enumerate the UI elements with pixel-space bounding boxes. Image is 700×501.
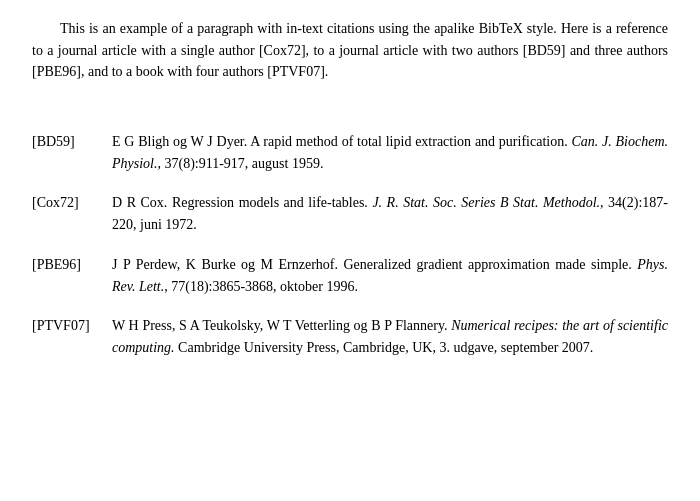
intro-paragraph: This is an example of a paragraph with i… [32,18,668,83]
bib-key: [Cox72] [32,192,112,214]
bib-content: E G Bligh og W J Dyer. A rapid method of… [112,131,668,174]
bib-content: J P Perdew, K Burke og M Ernzerhof. Gene… [112,254,668,297]
bib-key: [PTVF07] [32,315,112,337]
bib-entry: [Cox72]D R Cox. Regression models and li… [32,192,668,235]
bib-content: W H Press, S A Teukolsky, W T Vetterling… [112,315,668,358]
bib-key: [PBE96] [32,254,112,276]
bib-entry: [PBE96]J P Perdew, K Burke og M Ernzerho… [32,254,668,297]
bib-entry: [PTVF07]W H Press, S A Teukolsky, W T Ve… [32,315,668,358]
bib-key: [BD59] [32,131,112,153]
bib-content: D R Cox. Regression models and life-tabl… [112,192,668,235]
bib-entry: [BD59]E G Bligh og W J Dyer. A rapid met… [32,131,668,174]
bibliography: [BD59]E G Bligh og W J Dyer. A rapid met… [32,131,668,359]
